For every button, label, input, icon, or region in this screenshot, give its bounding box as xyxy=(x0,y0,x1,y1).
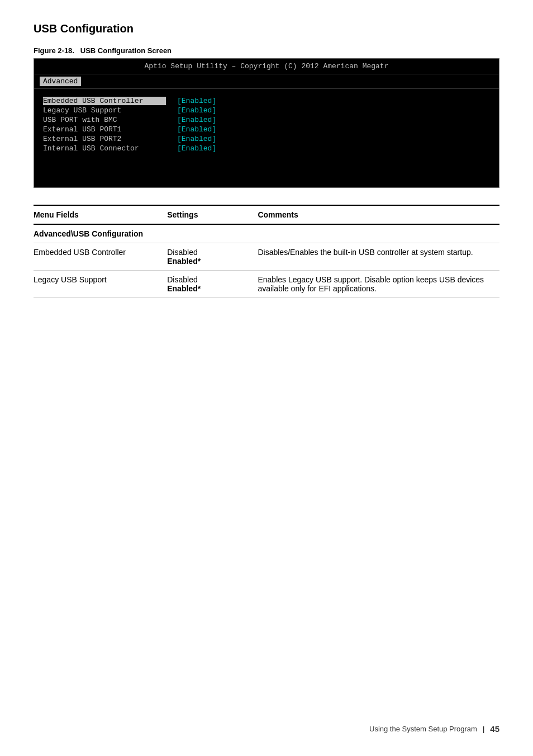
table-cell-comments: Disables/Enables the built-in USB contro… xyxy=(258,243,499,271)
bios-row: USB PORT with BMC[Enabled] xyxy=(43,116,490,124)
bios-row-value: [Enabled] xyxy=(177,144,216,153)
section-row-label: Advanced\USB Configuration xyxy=(34,224,499,243)
bios-screen: Aptio Setup Utility – Copyright (C) 2012… xyxy=(34,58,499,188)
setting-option: Enabled* xyxy=(167,257,251,266)
setting-option: Enabled* xyxy=(167,284,251,293)
setting-option: Disabled xyxy=(167,275,251,284)
bios-row: External USB PORT2[Enabled] xyxy=(43,135,490,143)
bios-content: Embedded USB Controller[Enabled]Legacy U… xyxy=(34,89,499,187)
bios-row: External USB PORT1[Enabled] xyxy=(43,125,490,134)
table-cell-comments: Enables Legacy USB support. Disable opti… xyxy=(258,271,499,298)
bios-row-label: External USB PORT1 xyxy=(43,125,166,134)
bios-row-label: USB PORT with BMC xyxy=(43,116,166,124)
bios-row-value: [Enabled] xyxy=(177,116,216,124)
bios-nav-advanced[interactable]: Advanced xyxy=(40,77,81,86)
table-cell-settings: DisabledEnabled* xyxy=(167,271,258,298)
table-cell-field: Embedded USB Controller xyxy=(34,243,167,271)
col-settings: Settings xyxy=(167,205,258,224)
bios-row-label: Internal USB Connector xyxy=(43,144,166,153)
bios-left-panel: Embedded USB Controller[Enabled]Legacy U… xyxy=(43,97,490,154)
table-row: Embedded USB ControllerDisabledEnabled*D… xyxy=(34,243,499,271)
page-number: 45 xyxy=(490,724,499,734)
figure-caption: Figure 2-18. USB Configuration Screen xyxy=(34,46,499,55)
table-header-row: Menu Fields Settings Comments xyxy=(34,205,499,224)
bios-row-label: Legacy USB Support xyxy=(43,106,166,115)
bios-row-value: [Enabled] xyxy=(177,125,216,134)
bios-row-value: [Enabled] xyxy=(177,135,216,143)
bios-row: Embedded USB Controller[Enabled] xyxy=(43,97,490,105)
table-section-row: Advanced\USB Configuration xyxy=(34,224,499,243)
settings-table: Menu Fields Settings Comments Advanced\U… xyxy=(34,205,499,298)
section-title: USB Configuration xyxy=(34,22,499,35)
setting-option: Disabled xyxy=(167,248,251,257)
bios-row-label: External USB PORT2 xyxy=(43,135,166,143)
table-cell-settings: DisabledEnabled* xyxy=(167,243,258,271)
table-cell-field: Legacy USB Support xyxy=(34,271,167,298)
figure-caption-text: USB Configuration Screen xyxy=(80,46,172,55)
bios-row: Legacy USB Support[Enabled] xyxy=(43,106,490,115)
figure-label: Figure 2-18. xyxy=(34,46,74,55)
bios-row-value: [Enabled] xyxy=(177,97,216,105)
col-comments: Comments xyxy=(258,205,499,224)
page-footer: Using the System Setup Program | 45 xyxy=(369,724,499,734)
footer-pipe: | xyxy=(483,725,484,733)
bios-row-value: [Enabled] xyxy=(177,106,216,115)
col-menu-fields: Menu Fields xyxy=(34,205,167,224)
bios-row-label: Embedded USB Controller xyxy=(43,97,166,105)
table-row: Legacy USB SupportDisabledEnabled*Enable… xyxy=(34,271,499,298)
bios-row: Internal USB Connector[Enabled] xyxy=(43,144,490,153)
bios-header: Aptio Setup Utility – Copyright (C) 2012… xyxy=(34,59,499,74)
footer-text: Using the System Setup Program xyxy=(369,725,477,733)
bios-nav: Advanced xyxy=(34,74,499,89)
